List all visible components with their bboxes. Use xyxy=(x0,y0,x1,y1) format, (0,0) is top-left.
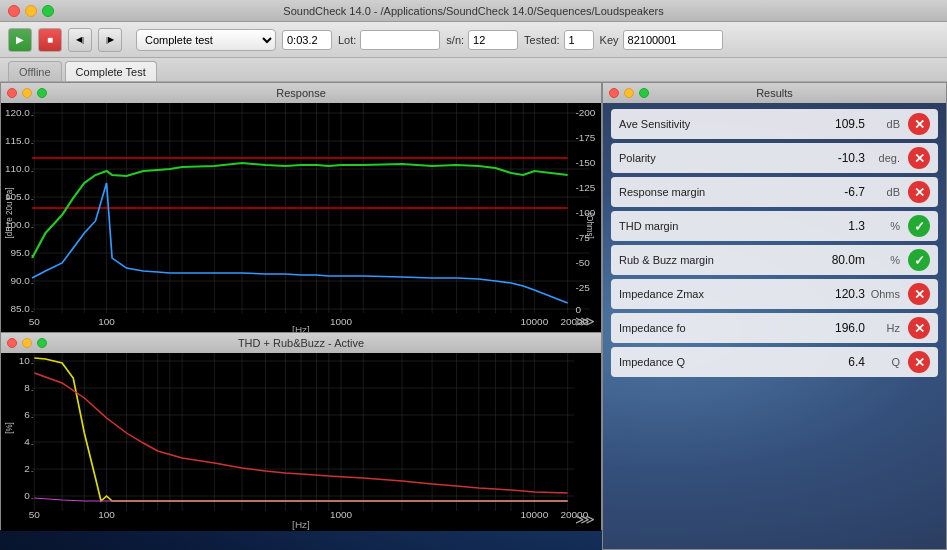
results-body: Ave Sensitivity109.5dB✕Polarity-10.3deg.… xyxy=(603,103,946,383)
window-title: SoundCheck 14.0 - /Applications/SoundChe… xyxy=(283,5,663,17)
sn-field: s/n: xyxy=(446,30,518,50)
response-chart-window: Response Fundamental xyxy=(0,82,602,332)
thd-close-button[interactable] xyxy=(7,338,17,348)
results-titlebar: Results xyxy=(603,83,946,103)
stop-button[interactable]: ■ xyxy=(38,28,62,52)
svg-text:4: 4 xyxy=(24,436,30,446)
svg-text:-175: -175 xyxy=(575,132,595,142)
result-value: 6.4 xyxy=(820,355,865,369)
fail-badge: ✕ xyxy=(908,113,930,135)
response-chart-title: Response xyxy=(276,87,326,99)
result-unit: Hz xyxy=(865,322,900,334)
lot-field: Lot: xyxy=(338,30,440,50)
lot-input[interactable] xyxy=(360,30,440,50)
result-row: Impedance Zmax120.3Ohms✕ xyxy=(611,279,938,309)
tested-label: Tested: xyxy=(524,34,559,46)
thd-min-button[interactable] xyxy=(22,338,32,348)
result-label: Response margin xyxy=(619,186,820,198)
svg-text:100: 100 xyxy=(98,509,115,519)
svg-text:90.0: 90.0 xyxy=(10,275,29,285)
play-icon: ▶ xyxy=(16,34,24,45)
result-unit: % xyxy=(865,254,900,266)
svg-text:10: 10 xyxy=(19,355,30,365)
svg-text:1000: 1000 xyxy=(330,316,352,326)
result-label: Polarity xyxy=(619,152,820,164)
svg-text:-25: -25 xyxy=(575,282,589,292)
thd-max-button[interactable] xyxy=(37,338,47,348)
stop-icon: ■ xyxy=(47,34,53,45)
sequence-selector[interactable]: Complete test xyxy=(136,29,276,51)
result-unit: dB xyxy=(865,186,900,198)
sn-input[interactable] xyxy=(468,30,518,50)
results-panel: Results Ave Sensitivity109.5dB✕Polarity-… xyxy=(602,82,947,550)
result-row: Polarity-10.3deg.✕ xyxy=(611,143,938,173)
result-unit: deg. xyxy=(865,152,900,164)
result-label: Ave Sensitivity xyxy=(619,118,820,130)
play-button[interactable]: ▶ xyxy=(8,28,32,52)
svg-text:[Ohms]: [Ohms] xyxy=(585,213,596,239)
svg-text:50: 50 xyxy=(29,509,40,519)
response-min-button[interactable] xyxy=(22,88,32,98)
svg-text:-125: -125 xyxy=(575,182,595,192)
response-chart-svg: 120.0 115.0 110.0 105.0 100.0 95.0 90.0 … xyxy=(1,103,601,333)
results-min-button[interactable] xyxy=(624,88,634,98)
fail-badge: ✕ xyxy=(908,181,930,203)
svg-text:[%]: [%] xyxy=(4,422,15,434)
result-row: Rub & Buzz margin80.0m%✓ xyxy=(611,245,938,275)
traffic-lights xyxy=(8,5,54,17)
lot-label: Lot: xyxy=(338,34,356,46)
result-label: Impedance fo xyxy=(619,322,820,334)
svg-text:6: 6 xyxy=(24,409,30,419)
thd-chart-title: THD + Rub&Buzz - Active xyxy=(238,337,364,349)
result-unit: Ohms xyxy=(865,288,900,300)
result-label: Impedance Q xyxy=(619,356,820,368)
close-button[interactable] xyxy=(8,5,20,17)
result-unit: Q xyxy=(865,356,900,368)
tab-offline[interactable]: Offline xyxy=(8,61,62,81)
tested-field: Tested: xyxy=(524,30,593,50)
result-value: 1.3 xyxy=(820,219,865,233)
svg-text:0: 0 xyxy=(24,490,30,500)
sn-label: s/n: xyxy=(446,34,464,46)
key-field: Key xyxy=(600,30,723,50)
response-chart-body[interactable]: Fundamental xyxy=(1,103,601,333)
time-input[interactable] xyxy=(282,30,332,50)
response-max-button[interactable] xyxy=(37,88,47,98)
svg-text:1000: 1000 xyxy=(330,509,352,519)
result-row: Impedance Q6.4Q✕ xyxy=(611,347,938,377)
result-unit: % xyxy=(865,220,900,232)
results-close-button[interactable] xyxy=(609,88,619,98)
rewind-button[interactable]: ◀| xyxy=(68,28,92,52)
result-label: Impedance Zmax xyxy=(619,288,820,300)
left-panel: Response Fundamental xyxy=(0,82,602,550)
svg-text:-50: -50 xyxy=(575,257,589,267)
tested-input[interactable] xyxy=(564,30,594,50)
result-label: Rub & Buzz margin xyxy=(619,254,820,266)
svg-text:95.0: 95.0 xyxy=(10,247,29,257)
thd-scroll-arrows[interactable]: ⋙ xyxy=(575,511,595,527)
fail-badge: ✕ xyxy=(908,317,930,339)
response-scroll-arrows[interactable]: ⋙ xyxy=(575,313,595,329)
minimize-button[interactable] xyxy=(25,5,37,17)
response-close-button[interactable] xyxy=(7,88,17,98)
svg-text:-150: -150 xyxy=(575,157,595,167)
result-row: Ave Sensitivity109.5dB✕ xyxy=(611,109,938,139)
tab-complete-test[interactable]: Complete Test xyxy=(65,61,157,81)
result-value: -10.3 xyxy=(820,151,865,165)
svg-text:100: 100 xyxy=(98,316,115,326)
fail-badge: ✕ xyxy=(908,283,930,305)
result-value: -6.7 xyxy=(820,185,865,199)
tab-offline-label: Offline xyxy=(19,66,51,78)
forward-button[interactable]: |▶ xyxy=(98,28,122,52)
result-value: 80.0m xyxy=(820,253,865,267)
svg-text:50: 50 xyxy=(29,316,40,326)
key-input[interactable] xyxy=(623,30,723,50)
result-row: Impedance fo196.0Hz✕ xyxy=(611,313,938,343)
thd-chart-body[interactable]: THD xyxy=(1,353,601,531)
pass-badge: ✓ xyxy=(908,215,930,237)
maximize-button[interactable] xyxy=(42,5,54,17)
result-row: Response margin-6.7dB✕ xyxy=(611,177,938,207)
results-max-button[interactable] xyxy=(639,88,649,98)
time-field xyxy=(282,30,332,50)
result-value: 109.5 xyxy=(820,117,865,131)
